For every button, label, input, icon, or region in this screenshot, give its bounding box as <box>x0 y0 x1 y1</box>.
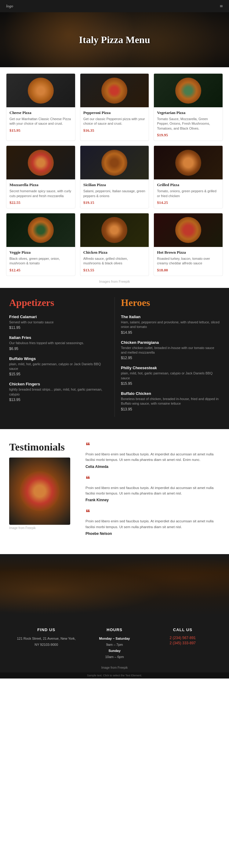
pizza-card-body: Chicken Pizza Alfredo sauce, grilled chi… <box>80 247 149 276</box>
heroes-list: The Italian Ham, salami, pepperoni and p… <box>121 314 220 411</box>
quote-mark: ❝ <box>86 508 220 517</box>
pizza-card-body: Vegetarian Pizza Tomato Sauce, Mozzarell… <box>154 107 223 141</box>
hero-price: $12.95 <box>121 356 220 360</box>
pizza-price: $19.15 <box>84 200 146 205</box>
footer-find-us: FIND US 121 Rock Street, 21 Avenue, New … <box>12 627 80 660</box>
pizza-name: Veggie Pizza <box>9 250 72 255</box>
logo: logo <box>6 4 13 8</box>
appetizer-item: Chicken Fingers lightly breaded breast s… <box>9 382 108 402</box>
quote-mark: ❝ <box>86 475 220 484</box>
testimonial-text: Proin sed libero enim sed faucibus turpi… <box>86 452 220 463</box>
pizza-image <box>80 74 149 107</box>
pizza-image <box>154 74 223 107</box>
testimonial-item: ❝ Proin sed libero enim sed faucibus tur… <box>86 508 220 536</box>
pizza-card[interactable]: Mozzarella Pizza Secret homemade spicy s… <box>6 146 75 209</box>
pizza-card[interactable]: Grilled Pizza Tomato, onions, green pepp… <box>154 146 223 209</box>
menu-icon[interactable]: ≡ <box>220 3 223 9</box>
pizza-description: Get our Manhattan Classic Cheese Pizza w… <box>9 117 72 126</box>
pizza-description: Tomato Sauce, Mozzarella, Green Pepper, … <box>157 117 220 131</box>
pizza-name: Sicilian Pizza <box>84 183 146 187</box>
footer-phone1[interactable]: 2 (234) 567-891 <box>153 636 212 640</box>
pizza-image <box>154 213 223 247</box>
appetizer-name: Buffalo Wings <box>9 356 108 361</box>
footer-address: 121 Rock Street, 21 Avenue, New York, NY… <box>17 636 76 648</box>
pizza-description: Salami, pepperoni, Italian sausage, gree… <box>84 189 146 198</box>
quote-mark: ❝ <box>86 441 220 450</box>
appetizer-desc: Served with our tomato sauce <box>9 320 108 324</box>
heroes-heading: Heroes <box>121 297 220 308</box>
appetizer-price: $15.95 <box>9 372 108 376</box>
hero-desc: Tender chicken cutlet, breaded in-house … <box>121 346 220 355</box>
testimonials-heading: Testimonials <box>9 441 76 453</box>
pizza-image <box>6 146 75 179</box>
pizza-circle <box>175 217 201 243</box>
pizza-name: Mozzarella Pizza <box>9 183 72 187</box>
pizza-name: Hot Brown Pizza <box>157 250 220 255</box>
pizza-card[interactable]: Pepperoni Pizza Get our classic Pepperon… <box>80 73 149 141</box>
pizza-image <box>80 213 149 247</box>
pizza-card[interactable]: Vegetarian Pizza Tomato Sauce, Mozzarell… <box>154 73 223 141</box>
appetizer-price: $13.95 <box>9 398 108 402</box>
pizza-price: $13.55 <box>84 268 146 273</box>
pizza-card[interactable]: Cheese Pizza Get our Manhattan Classic C… <box>6 73 75 141</box>
footer-hours-text: Monday – Saturday 9am – 7pm Sunday 10am … <box>85 636 144 660</box>
testimonials-left: Testimonials Image from Freepik <box>9 441 76 542</box>
footer-find-us-title: FIND US <box>17 627 76 632</box>
hero-desc: Boneless breast of chicken, breaded in-h… <box>121 397 220 406</box>
hero-section: Italy Pizza Menu <box>0 12 229 67</box>
pizza-card[interactable]: Hot Brown Pizza Roasted turkey, bacon, t… <box>154 213 223 276</box>
appetizer-item: Fried Calamari Served with our tomato sa… <box>9 314 108 330</box>
pizza-card-body: Grilled Pizza Tomato, onions, green pepp… <box>154 179 223 208</box>
appetizer-price: $6.95 <box>9 347 108 351</box>
hero-item: The Italian Ham, salami, pepperoni and p… <box>121 314 220 335</box>
footer-hours-title: HOURS <box>85 627 144 632</box>
hero-price: $14.95 <box>121 331 220 335</box>
appetizer-name: Fried Calamari <box>9 314 108 319</box>
pizza-price: $14.25 <box>157 200 220 205</box>
appetizer-price: $11.95 <box>9 326 108 330</box>
footer-sample-text[interactable]: Sample text. Click to select the Text El… <box>0 672 229 679</box>
hero-name: Philly Cheesesteak <box>121 366 220 370</box>
pizza-circle <box>28 150 54 176</box>
pizza-image <box>6 74 75 107</box>
testimonials-right: ❝ Proin sed libero enim sed faucibus tur… <box>86 441 220 542</box>
navigation: logo ≡ <box>0 0 229 12</box>
pizza-description: Tomato, onions, green peppers & grilled … <box>157 189 220 198</box>
pizza-card[interactable]: Chicken Pizza Alfredo sauce, grilled chi… <box>80 213 149 276</box>
appetizers-heading: Appetizers <box>9 297 108 308</box>
pizza-description: Alfredo sauce, grilled chicken, mushroom… <box>84 256 146 266</box>
pizza-description: Get our classic Pepperoni pizza with you… <box>84 117 146 126</box>
pizza-name: Grilled Pizza <box>157 183 220 187</box>
appetizer-item: Italian Fries Our fabulous fries topped … <box>9 335 108 350</box>
footer-content: FIND US 121 Rock Street, 21 Avenue, New … <box>0 615 229 666</box>
pizza-card-body: Mozzarella Pizza Secret homemade spicy s… <box>6 179 75 208</box>
hero-desc: Ham, salami, pepperoni and provolone, wi… <box>121 320 220 330</box>
pizza-name: Chicken Pizza <box>84 250 146 255</box>
testimonials-img-caption: Image from Freepik <box>9 526 76 530</box>
appetizer-desc: Our fabulous fries topped with special s… <box>9 341 108 345</box>
hero-name: The Italian <box>121 314 220 319</box>
testimonial-item: ❝ Proin sed libero enim sed faucibus tur… <box>86 475 220 502</box>
appetizers-column: Appetizers Fried Calamari Served with ou… <box>9 297 115 417</box>
testimonial-author: Frank Kinney <box>86 498 220 502</box>
pizza-card[interactable]: Sicilian Pizza Salami, pepperoni, Italia… <box>80 146 149 209</box>
appetizer-desc: plain, mild, hot, garlic parmesan, calyp… <box>9 362 108 371</box>
hero-item: Chicken Parmigiana Tender chicken cutlet… <box>121 340 220 360</box>
pizza-price: $16.35 <box>84 128 146 133</box>
hero-name: Buffalo Chicken <box>121 391 220 396</box>
images-from-label: Images from Freepik <box>6 280 223 283</box>
footer-img-caption: Image from Freepik <box>0 666 229 672</box>
hero-price: $15.95 <box>121 381 220 386</box>
footer-phone2[interactable]: 2 (345) 333-897 <box>153 641 212 645</box>
pizza-card[interactable]: Veggie Pizza Black olives, green pepper,… <box>6 213 75 276</box>
testimonial-text: Proin sed libero enim sed faucibus turpi… <box>86 518 220 530</box>
hero-item: Philly Cheesesteak plain, mild, hot, gar… <box>121 366 220 386</box>
pizza-card-body: Veggie Pizza Black olives, green pepper,… <box>6 247 75 276</box>
pizza-card-body: Hot Brown Pizza Roasted turkey, bacon, t… <box>154 247 223 276</box>
footer: FIND US 121 Rock Street, 21 Avenue, New … <box>0 554 229 679</box>
appetizer-name: Italian Fries <box>9 335 108 340</box>
appetizers-list: Fried Calamari Served with our tomato sa… <box>9 314 108 402</box>
pizza-image <box>80 146 149 179</box>
pizza-circle <box>101 78 127 103</box>
hero-name: Chicken Parmigiana <box>121 340 220 345</box>
